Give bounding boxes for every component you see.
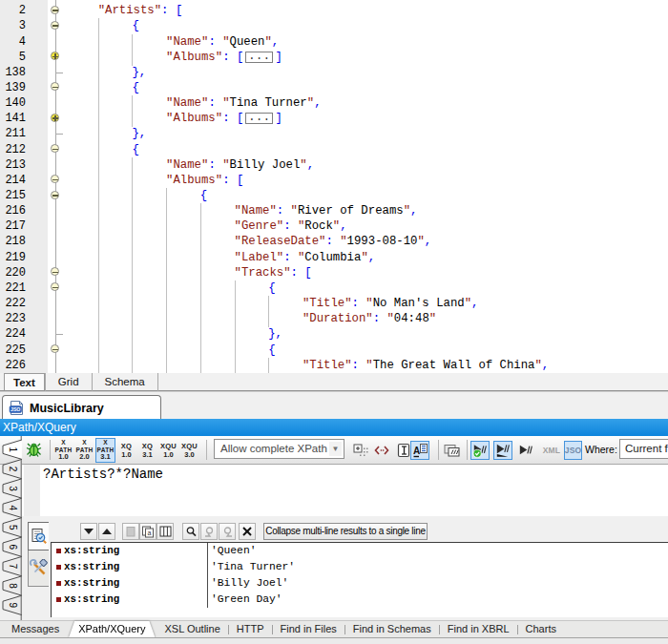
combo-dropdown-arrow[interactable]: ▼ xyxy=(329,442,342,456)
code-line[interactable]: 226"Title": "The Great Wall of China", xyxy=(0,358,668,373)
where-scope-combo[interactable]: Current f xyxy=(619,439,668,459)
xpath-query-text[interactable]: ?Artists?*?Name xyxy=(43,467,163,482)
document-tab-musiclibrary[interactable]: JSO MusicLibrary xyxy=(2,395,161,420)
code-line[interactable]: 140"Name": "Tina Turner", xyxy=(0,95,668,112)
code-line[interactable]: 225{ xyxy=(0,343,668,359)
zoom-prev-icon[interactable] xyxy=(200,523,218,540)
bottom-tab-messages[interactable]: Messages xyxy=(4,621,67,637)
code-line[interactable]: 213"Name": "Billy Joel", xyxy=(0,157,668,174)
code-line[interactable]: 4"Name": "Queen", xyxy=(0,34,668,51)
code-line[interactable]: 139{ xyxy=(0,80,668,96)
bottom-tab-find-in-xbrl[interactable]: Find in XBRL xyxy=(440,621,517,637)
collapsed-fold-box[interactable]: ... xyxy=(245,113,273,124)
builder-mode-icon[interactable] xyxy=(351,441,370,460)
result-row[interactable]: xs:string'Queen' xyxy=(52,543,668,559)
code-line[interactable]: 216"Name": "River of Dreams", xyxy=(0,203,668,219)
code-line[interactable]: 2"Artists": [ xyxy=(0,3,668,19)
fold-collapse-icon[interactable] xyxy=(51,6,59,14)
fold-collapse-icon[interactable] xyxy=(51,82,59,91)
evaluate-check-icon[interactable] xyxy=(470,441,490,460)
move-up-icon[interactable] xyxy=(98,523,115,540)
results-side-tab[interactable] xyxy=(28,522,49,551)
show-as-table-icon[interactable] xyxy=(157,523,174,540)
result-window-icon[interactable] xyxy=(441,441,462,460)
fold-collapse-icon[interactable] xyxy=(51,21,59,30)
line-number: 140 xyxy=(0,95,26,111)
code-line[interactable]: 222"Title": "No Man's Land", xyxy=(0,296,668,312)
code-line[interactable]: 224}, xyxy=(0,326,668,343)
results-as-text-icon[interactable]: A xyxy=(410,441,429,460)
clear-results-icon[interactable] xyxy=(239,523,256,540)
copy-result-icon[interactable] xyxy=(122,523,139,540)
view-tab-schema[interactable]: Schema xyxy=(93,373,157,390)
code-line[interactable]: 3{ xyxy=(0,18,668,34)
fold-collapse-icon[interactable] xyxy=(51,191,59,199)
code-line[interactable]: 215{ xyxy=(0,188,668,204)
move-down-icon[interactable] xyxy=(80,523,97,540)
indent-guide xyxy=(132,203,133,219)
code-line[interactable]: 218"ReleaseDate": "1993-08-10", xyxy=(0,234,668,250)
code-line[interactable]: 217"Genre": "Rock", xyxy=(0,218,668,235)
fold-collapse-icon[interactable] xyxy=(51,267,59,276)
bug-icon[interactable] xyxy=(26,442,42,458)
code-line[interactable]: 211}, xyxy=(0,126,668,142)
xpath-query-editor[interactable]: ?Artists?*?Name xyxy=(22,465,668,516)
xpath-window-tab-strip[interactable]: 123456789 xyxy=(0,436,22,620)
version-button-xqu-3.0[interactable]: XQU3.0 xyxy=(179,438,199,463)
code-line[interactable]: 221{ xyxy=(0,280,668,297)
version-button-xqu-1.0[interactable]: XQU1.0 xyxy=(158,438,178,463)
code-line[interactable]: 5"Albums": [...] xyxy=(0,50,668,66)
version-button-x-path-3.1[interactable]: XPATH3.1 xyxy=(95,438,115,463)
code-line-text: }, xyxy=(268,326,282,343)
fold-collapse-icon[interactable] xyxy=(51,282,59,291)
bottom-tab-find-in-schemas[interactable]: Find in Schemas xyxy=(345,621,439,637)
code-line[interactable]: 220"Tracks": [ xyxy=(0,265,668,281)
evaluate-manual-icon[interactable] xyxy=(516,441,535,460)
svg-text:1: 1 xyxy=(7,447,17,452)
code-line[interactable]: 138}, xyxy=(0,65,668,81)
zoom-icon[interactable] xyxy=(182,523,199,540)
code-line[interactable]: 141"Albums": [...] xyxy=(0,111,668,127)
results-list[interactable]: xs:string'Queen'xs:string'Tina Turner'xs… xyxy=(51,542,668,617)
collapsed-fold-box[interactable]: ... xyxy=(245,52,273,63)
evaluate-on-typing-icon[interactable] xyxy=(493,441,512,460)
fold-collapse-icon[interactable] xyxy=(51,344,59,353)
fold-expand-icon[interactable] xyxy=(51,52,59,60)
view-tab-grid[interactable]: Grid xyxy=(46,373,92,390)
bottom-tab-charts[interactable]: Charts xyxy=(518,621,564,637)
xml-markup-icon[interactable] xyxy=(372,441,391,460)
code-line[interactable]: 223"Duration": "04:48" xyxy=(0,311,668,327)
code-line[interactable]: 212{ xyxy=(0,142,668,158)
bottom-tab-xpath-xquery[interactable]: XPath/XQuery xyxy=(69,621,155,637)
indent-guide xyxy=(200,218,201,235)
builder-side-tab[interactable] xyxy=(28,551,49,587)
bottom-tab-find-in-files[interactable]: Find in Files xyxy=(273,621,344,637)
xpath-mode-combo-value: Allow complete XPath xyxy=(220,443,327,454)
result-row[interactable]: xs:string'Billy Joel' xyxy=(52,575,668,592)
code-line[interactable]: 219"Label": "Columbia", xyxy=(0,250,668,266)
fold-collapse-icon[interactable] xyxy=(51,144,59,153)
code-editor[interactable]: 2"Artists": [3{4"Name": "Queen",5"Albums… xyxy=(0,0,668,373)
version-button-x-path-1.0[interactable]: XPATH1.0 xyxy=(53,438,73,463)
view-tab-text[interactable]: Text xyxy=(4,373,45,390)
xml-mode-toggle[interactable]: XML xyxy=(540,441,563,460)
zoom-next-icon[interactable] xyxy=(219,523,236,540)
version-button-x-path-2.0[interactable]: XPATH2.0 xyxy=(74,438,94,463)
bottom-tab-http[interactable]: HTTP xyxy=(229,621,272,637)
version-button-xq-3.1[interactable]: XQ3.1 xyxy=(137,438,157,463)
indent-guide xyxy=(132,173,133,189)
fold-expand-icon[interactable] xyxy=(51,114,59,122)
fold-collapse-icon[interactable] xyxy=(51,175,59,183)
line-number: 211 xyxy=(0,126,26,141)
collapse-results-button[interactable]: Collapse multi-line results to a single … xyxy=(263,523,428,540)
code-line[interactable]: 214"Albums": [ xyxy=(0,173,668,189)
result-row[interactable]: xs:string'Green Day' xyxy=(52,592,668,608)
code-line-text: { xyxy=(132,18,138,34)
result-row[interactable]: xs:string'Tina Turner' xyxy=(52,559,668,575)
bottom-tab-xsl-outline[interactable]: XSL Outline xyxy=(157,621,227,637)
copy-all-results-icon[interactable]: a xyxy=(139,523,157,540)
xpath-mode-combo[interactable]: Allow complete XPath ▼ xyxy=(214,439,344,459)
json-mode-toggle[interactable]: JSO xyxy=(564,441,582,460)
version-button-xq-1.0[interactable]: XQ1.0 xyxy=(116,438,136,463)
line-number: 3 xyxy=(0,18,26,33)
